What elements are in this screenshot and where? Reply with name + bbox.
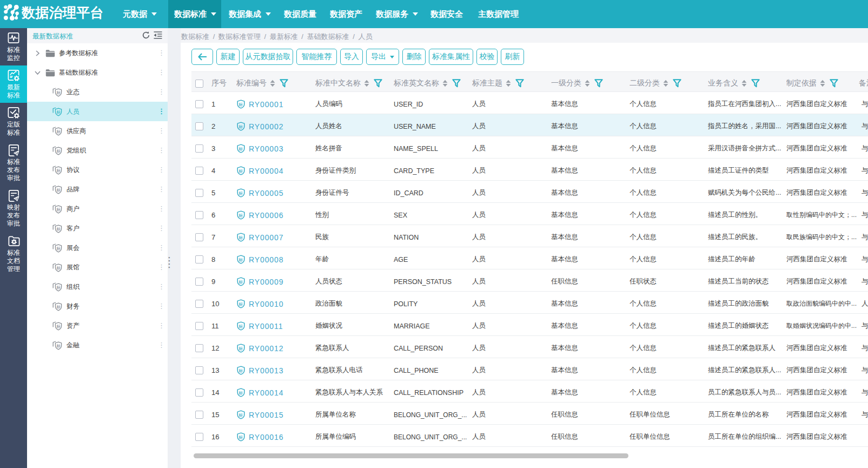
svg-text:标: 标 [238,169,243,174]
svg-text:标: 标 [56,265,61,270]
svg-text:标: 标 [238,368,243,373]
svg-text:标: 标 [56,324,61,328]
svg-text:标: 标 [238,258,243,262]
svg-text:标: 标 [56,148,61,153]
svg-text:标: 标 [238,391,243,396]
svg-text:标: 标 [56,226,61,231]
svg-text:标: 标 [238,102,243,107]
svg-text:标: 标 [238,235,243,240]
svg-text:标: 标 [56,207,61,212]
svg-text:标: 标 [238,191,243,196]
svg-text:标: 标 [56,187,61,192]
svg-text:标: 标 [56,343,61,348]
svg-text:标: 标 [56,285,61,289]
svg-text:标: 标 [56,304,61,309]
svg-text:标: 标 [238,302,243,307]
svg-text:标: 标 [56,109,61,114]
svg-text:标: 标 [238,324,243,329]
svg-text:标: 标 [238,280,243,285]
svg-text:标: 标 [56,90,61,95]
svg-text:标: 标 [56,246,61,251]
svg-text:标: 标 [56,129,61,134]
svg-text:标: 标 [238,147,243,151]
svg-text:标: 标 [56,168,61,173]
svg-text:标: 标 [238,413,243,418]
svg-text:标: 标 [238,124,243,129]
svg-text:标: 标 [238,435,243,440]
svg-text:标: 标 [238,213,243,218]
svg-text:标: 标 [238,346,243,351]
